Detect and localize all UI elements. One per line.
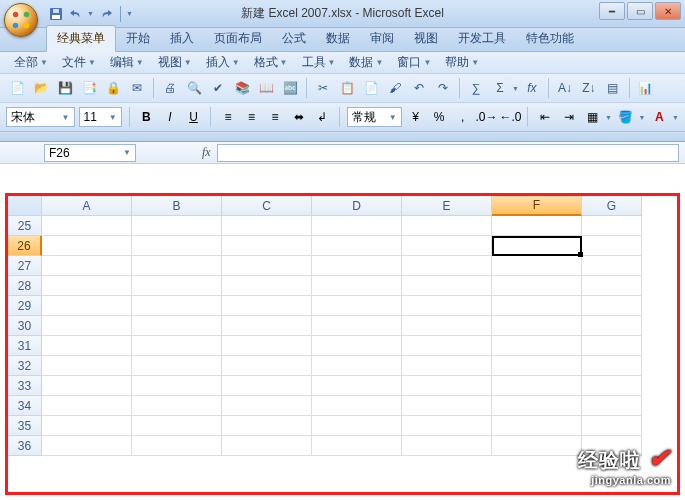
cell[interactable]: [42, 436, 132, 456]
new-button[interactable]: 📄: [6, 77, 28, 99]
select-all-corner[interactable]: [8, 196, 42, 216]
cell[interactable]: [582, 316, 642, 336]
cell[interactable]: [492, 276, 582, 296]
qat-customize-icon[interactable]: ▼: [126, 10, 133, 17]
row-header[interactable]: 27: [8, 256, 42, 276]
cell[interactable]: [222, 216, 312, 236]
menu-window[interactable]: 窗口▼: [391, 52, 437, 73]
minimize-button[interactable]: ━: [599, 2, 625, 20]
italic-button[interactable]: I: [160, 107, 180, 127]
cell[interactable]: [402, 256, 492, 276]
chevron-down-icon[interactable]: ▼: [512, 85, 519, 92]
cell[interactable]: [132, 396, 222, 416]
cell[interactable]: [492, 256, 582, 276]
cell[interactable]: [222, 396, 312, 416]
cell[interactable]: [312, 416, 402, 436]
cell[interactable]: [222, 416, 312, 436]
cell[interactable]: [582, 336, 642, 356]
wrap-text-button[interactable]: ↲: [312, 107, 332, 127]
menu-all[interactable]: 全部▼: [8, 52, 54, 73]
fx-icon[interactable]: fx: [196, 145, 217, 160]
cell[interactable]: [582, 356, 642, 376]
number-format-combo[interactable]: 常规▼: [347, 107, 402, 127]
cell[interactable]: [312, 436, 402, 456]
decrease-decimal-button[interactable]: ←.0: [500, 107, 520, 127]
cell[interactable]: [582, 296, 642, 316]
cell[interactable]: [222, 256, 312, 276]
undo-button[interactable]: [68, 6, 84, 22]
cell[interactable]: [402, 336, 492, 356]
cell[interactable]: [132, 376, 222, 396]
undo-button[interactable]: ↶: [408, 77, 430, 99]
cell[interactable]: [312, 236, 402, 256]
decrease-indent-button[interactable]: ⇤: [535, 107, 555, 127]
cell[interactable]: [132, 256, 222, 276]
row-header[interactable]: 30: [8, 316, 42, 336]
cell[interactable]: [402, 276, 492, 296]
font-size-combo[interactable]: 11▼: [79, 107, 122, 127]
research-button[interactable]: 📚: [231, 77, 253, 99]
save-button[interactable]: 💾: [54, 77, 76, 99]
menu-help[interactable]: 帮助▼: [439, 52, 485, 73]
cell[interactable]: [492, 376, 582, 396]
percent-button[interactable]: %: [429, 107, 449, 127]
row-header[interactable]: 34: [8, 396, 42, 416]
increase-decimal-button[interactable]: .0→: [476, 107, 496, 127]
undo-dropdown-icon[interactable]: ▼: [87, 10, 94, 17]
cell[interactable]: [402, 236, 492, 256]
cell[interactable]: [312, 336, 402, 356]
row-header[interactable]: 29: [8, 296, 42, 316]
sort-desc-button[interactable]: Z↓: [578, 77, 600, 99]
email-button[interactable]: ✉: [126, 77, 148, 99]
underline-button[interactable]: U: [184, 107, 204, 127]
align-left-button[interactable]: ≡: [218, 107, 238, 127]
spreadsheet-grid[interactable]: ABCDEFG252627282930313233343536: [8, 196, 677, 456]
menu-view[interactable]: 视图▼: [152, 52, 198, 73]
cell[interactable]: [222, 296, 312, 316]
cell[interactable]: [492, 316, 582, 336]
cell[interactable]: [402, 396, 492, 416]
print-button[interactable]: 🖨: [159, 77, 181, 99]
cell[interactable]: [42, 276, 132, 296]
cell[interactable]: [402, 296, 492, 316]
cell[interactable]: [42, 296, 132, 316]
cell[interactable]: [402, 376, 492, 396]
cell[interactable]: [222, 276, 312, 296]
spelling-button[interactable]: ✔: [207, 77, 229, 99]
column-header[interactable]: F: [492, 196, 582, 216]
cell[interactable]: [582, 376, 642, 396]
cell[interactable]: [582, 276, 642, 296]
cell[interactable]: [312, 376, 402, 396]
tab-special[interactable]: 特色功能: [516, 26, 584, 51]
insert-function-button[interactable]: ∑: [465, 77, 487, 99]
cell[interactable]: [582, 436, 642, 456]
save-as-button[interactable]: 📑: [78, 77, 100, 99]
cell[interactable]: [402, 356, 492, 376]
menu-data[interactable]: 数据▼: [343, 52, 389, 73]
comma-button[interactable]: ,: [453, 107, 473, 127]
cut-button[interactable]: ✂: [312, 77, 334, 99]
font-name-combo[interactable]: 宋体▼: [6, 107, 75, 127]
cell[interactable]: [582, 256, 642, 276]
column-header[interactable]: D: [312, 196, 402, 216]
cell[interactable]: [222, 356, 312, 376]
cell[interactable]: [222, 236, 312, 256]
cell[interactable]: [132, 356, 222, 376]
row-header[interactable]: 31: [8, 336, 42, 356]
cell[interactable]: [402, 316, 492, 336]
name-box[interactable]: F26 ▼: [44, 144, 136, 162]
row-header[interactable]: 35: [8, 416, 42, 436]
row-header[interactable]: 32: [8, 356, 42, 376]
cell[interactable]: [312, 316, 402, 336]
cell[interactable]: [582, 416, 642, 436]
tab-data[interactable]: 数据: [316, 26, 360, 51]
column-header[interactable]: G: [582, 196, 642, 216]
cell[interactable]: [222, 376, 312, 396]
cell[interactable]: [42, 316, 132, 336]
cell[interactable]: [312, 256, 402, 276]
cell[interactable]: [312, 276, 402, 296]
cell[interactable]: [312, 216, 402, 236]
cell[interactable]: [42, 356, 132, 376]
paste-button[interactable]: 📄: [360, 77, 382, 99]
cell[interactable]: [582, 396, 642, 416]
